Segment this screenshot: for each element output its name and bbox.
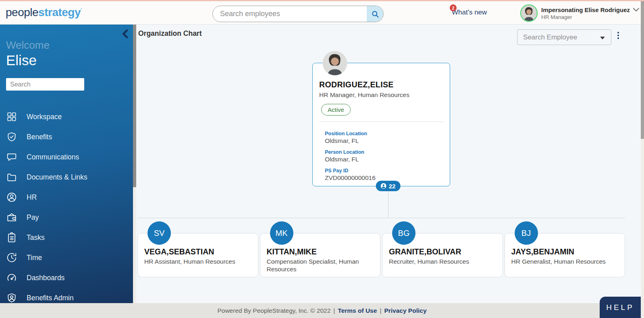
card-divider (319, 122, 443, 122)
kebab-menu-button[interactable] (615, 31, 621, 40)
org-children-row: SV VEGA,SEBASTIAN HR Assistant, Human Re… (137, 233, 625, 277)
sidebar-item-documents-links[interactable]: Documents & Links (0, 167, 133, 187)
sidebar-item-label: Time (27, 254, 42, 262)
employee-title: Recruiter, Human Resources (389, 258, 496, 265)
employee-name: JAYS,BENJAMIN (511, 247, 625, 256)
org-search-employee-select[interactable]: Search Employee (517, 29, 611, 45)
clock-icon (6, 252, 17, 263)
org-connector-horizontal (137, 218, 625, 218)
org-card-granite-bolivar[interactable]: BG GRANITE,BOLIVAR Recruiter, Human Reso… (382, 233, 503, 277)
profile-role: HR Manager (541, 14, 639, 20)
org-connector-vertical (388, 191, 388, 218)
org-card-jays-benjamin[interactable]: BJ JAYS,BENJAMIN HR Generalist, Human Re… (505, 233, 625, 277)
sidebar-item-label: Pay (27, 213, 39, 222)
page-scrollbar[interactable] (641, 1, 644, 318)
logo-trademark: · (81, 6, 82, 12)
sidebar-search-input[interactable] (6, 78, 84, 91)
sidebar-item-communications[interactable]: Communications (0, 147, 133, 167)
employee-search-bar (212, 6, 384, 22)
profile-text: Impersonating Elise Rodriguez HR Manager (541, 6, 639, 20)
direct-reports-count: 22 (389, 183, 396, 190)
profile-menu[interactable]: Impersonating Elise Rodriguez HR Manager (520, 4, 639, 22)
page-scrollbar-thumb[interactable] (641, 1, 644, 139)
sidebar: Welcome Elise Workspace Benefits Communi… (0, 25, 133, 303)
search-icon (371, 10, 379, 18)
direct-reports-badge[interactable]: 22 (376, 181, 401, 191)
initials-avatar: BG (392, 221, 415, 245)
privacy-policy-link[interactable]: Privacy Policy (384, 307, 426, 314)
status-badge: Active (321, 104, 351, 116)
kebab-dot (617, 32, 619, 33)
sidebar-collapse-button[interactable] (122, 29, 128, 40)
org-search-employee-placeholder: Search Employee (523, 33, 577, 41)
sidebar-item-pay[interactable]: Pay (0, 207, 133, 227)
footer-separator: | (333, 307, 335, 314)
sidebar-scrollbar[interactable] (133, 25, 136, 303)
sidebar-item-benefits[interactable]: Benefits (0, 127, 133, 147)
sidebar-item-hr[interactable]: HR (0, 187, 133, 207)
initials-avatar: BJ (515, 221, 538, 245)
whats-new-link[interactable]: 2 What's new (452, 8, 487, 17)
initials-avatar: MK (270, 221, 293, 245)
chevron-down-icon[interactable] (633, 8, 639, 12)
org-card-vega-sebastian[interactable]: SV VEGA,SEBASTIAN HR Assistant, Human Re… (137, 233, 258, 277)
folder-icon (6, 172, 17, 182)
sidebar-item-tasks[interactable]: Tasks (0, 227, 133, 248)
dropdown-caret-icon (600, 37, 605, 39)
person-circle-icon (6, 192, 17, 202)
field-label: Person Location (325, 149, 450, 155)
top-header: peoplestrategy· 2 What's new Impersonati… (0, 0, 644, 25)
kebab-dot (617, 37, 619, 39)
employee-name: KITTAN,MIKE (267, 247, 380, 256)
welcome-name: Elise (6, 52, 133, 68)
field-value: Oldsmar, FL (325, 137, 450, 145)
field-person-location: Person Location Oldsmar, FL (325, 149, 450, 163)
employee-title: Compensation Specialist, Human Resources (267, 258, 374, 273)
field-ps-pay-id: PS Pay ID ZVD00000000016 (325, 168, 450, 182)
notification-badge: 2 (450, 4, 457, 11)
kebab-dot (617, 35, 619, 36)
field-label: Position Location (325, 131, 450, 136)
welcome-block: Welcome Elise (6, 39, 133, 68)
footer-powered-by: Powered By PeopleStrategy, Inc. © 2022 (217, 307, 330, 314)
field-position-location: Position Location Oldsmar, FL (325, 131, 450, 145)
sidebar-item-benefits-admin[interactable]: Benefits Admin (0, 288, 133, 303)
help-button[interactable]: HELP (600, 297, 641, 318)
org-card-kittan-mike[interactable]: MK KITTAN,MIKE Compensation Specialist, … (260, 233, 381, 277)
sidebar-scrollbar-thumb[interactable] (133, 25, 136, 187)
sidebar-item-label: Dashboards (27, 274, 64, 282)
employee-name: GRANITE,BOLIVAR (389, 247, 503, 256)
initials-avatar: SV (147, 221, 171, 245)
logo-part1: people (6, 6, 38, 19)
page-title: Organization Chart (138, 29, 202, 38)
sidebar-nav: Workspace Benefits Communications Docume… (0, 107, 133, 303)
terms-of-use-link[interactable]: Terms of Use (338, 307, 377, 314)
employee-photo-image (323, 51, 347, 75)
sidebar-item-label: Documents & Links (27, 173, 87, 182)
sidebar-item-time[interactable]: Time (0, 248, 133, 268)
sidebar-item-workspace[interactable]: Workspace (0, 107, 133, 127)
shield-person-icon (6, 293, 17, 303)
logo-part2: strategy (38, 6, 81, 19)
employee-title: HR Generalist, Human Resources (511, 258, 619, 265)
gauge-icon (6, 273, 17, 283)
peoplestrategy-logo[interactable]: peoplestrategy· (6, 6, 82, 19)
org-card-root[interactable]: RODRIGUEZ,ELISE HR Manager, Human Resour… (312, 63, 450, 186)
footer-separator: | (380, 307, 381, 314)
search-employees-input[interactable] (213, 6, 367, 22)
welcome-greeting: Welcome (6, 39, 133, 52)
search-button[interactable] (367, 6, 383, 22)
shield-check-icon (6, 132, 17, 142)
grid-icon (6, 112, 17, 122)
avatar-photo (521, 5, 537, 21)
employee-title: HR Manager, Human Resources (319, 91, 450, 99)
sidebar-item-label: Workspace (27, 113, 62, 121)
clipboard-icon (6, 232, 17, 243)
chat-bubble-icon (6, 152, 17, 162)
sidebar-item-dashboards[interactable]: Dashboards (0, 268, 133, 288)
sidebar-item-label: Tasks (27, 233, 45, 242)
employee-name: RODRIGUEZ,ELISE (319, 80, 450, 89)
person-icon (381, 183, 386, 189)
chevron-left-icon (122, 29, 128, 38)
avatar (520, 4, 538, 22)
